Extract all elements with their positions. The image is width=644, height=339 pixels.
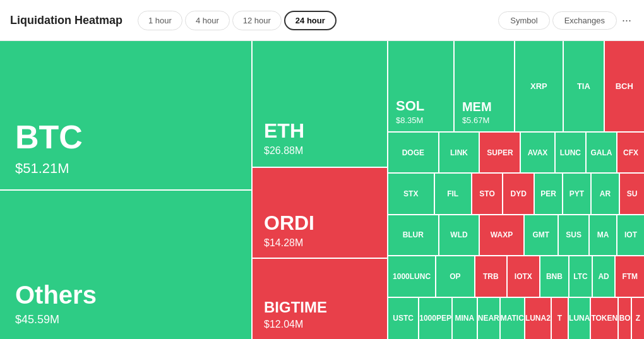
cell-ltc[interactable]: LTC — [569, 256, 593, 296]
ordi-label: ORDI — [264, 211, 376, 235]
eth-label: ETH — [264, 119, 376, 143]
cell-super[interactable]: SUPER — [480, 133, 521, 172]
cell-gala[interactable]: GALA — [587, 133, 617, 172]
cell-lunc[interactable]: LUNC — [556, 133, 587, 172]
cell-mem[interactable]: MEM $5.67M — [455, 41, 515, 131]
cell-ordi[interactable]: ORDI $14.28M — [253, 168, 388, 259]
cell-bo[interactable]: BO — [619, 298, 632, 339]
cell-iot[interactable]: IOT — [617, 215, 644, 255]
cell-token[interactable]: TOKEN — [591, 298, 619, 339]
cell-z[interactable]: Z — [632, 298, 644, 339]
cell-luna2[interactable]: LUNA2 — [525, 298, 552, 339]
row-r2: DOGE LINK SUPER AVAX LUNC GALA CFX — [388, 133, 644, 174]
sol-value: $8.35M — [396, 116, 446, 125]
row-r6: USTC 1000PEP MINA NEAR MATIC LUNA2 T LUN… — [388, 298, 644, 339]
more-button[interactable]: ··· — [619, 11, 634, 30]
cell-dyd[interactable]: DYD — [503, 174, 535, 213]
cell-avax[interactable]: AVAX — [521, 133, 555, 172]
cell-bigtime[interactable]: BIGTIME $12.04M — [253, 259, 388, 339]
cell-sus[interactable]: SUS — [559, 215, 590, 255]
bigtime-label: BIGTIME — [264, 299, 376, 316]
tab-symbol[interactable]: Symbol — [498, 11, 549, 30]
cell-gmt[interactable]: GMT — [525, 215, 559, 255]
cell-waxp[interactable]: WAXP — [480, 215, 524, 255]
cell-1000lunc[interactable]: 1000LUNC — [388, 256, 436, 296]
right-tabs: Symbol Exchanges ··· — [498, 11, 634, 30]
col-mid: ETH $26.88M ORDI $14.28M BIGTIME $12.04M — [253, 41, 388, 339]
tab-1hour[interactable]: 1 hour — [138, 11, 182, 30]
col-left: BTC $51.21M Others $45.59M — [0, 41, 253, 339]
sol-label: SOL — [396, 98, 446, 114]
eth-value: $26.88M — [264, 145, 376, 157]
cell-op[interactable]: OP — [436, 256, 475, 296]
tab-exchanges[interactable]: Exchanges — [552, 11, 617, 30]
row-r4: BLUR WLD WAXP GMT SUS MA IOT — [388, 215, 644, 256]
cell-wld[interactable]: WLD — [439, 215, 480, 255]
cell-trb[interactable]: TRB — [475, 256, 508, 296]
tab-12hour[interactable]: 12 hour — [232, 11, 282, 30]
cell-sto[interactable]: STO — [472, 174, 504, 213]
header: Liquidation Heatmap 1 hour 4 hour 12 hou… — [0, 0, 644, 41]
row-r1: SOL $8.35M MEM $5.67M XRP TIA BCH — [388, 41, 644, 133]
cell-1000pep[interactable]: 1000PEP — [419, 298, 453, 339]
btc-value: $51.21M — [15, 160, 236, 177]
cell-cfx[interactable]: CFX — [617, 133, 644, 172]
col-right: SOL $8.35M MEM $5.67M XRP TIA BCH DOGE L… — [388, 41, 644, 339]
cell-per[interactable]: PER — [535, 174, 563, 213]
cell-near[interactable]: NEAR — [478, 298, 501, 339]
heatmap: BTC $51.21M Others $45.59M ETH $26.88M O… — [0, 41, 644, 339]
cell-luna[interactable]: LUNA — [569, 298, 591, 339]
cell-bch[interactable]: BCH — [605, 41, 644, 131]
others-label: Others — [15, 281, 236, 309]
cell-t[interactable]: T — [552, 298, 569, 339]
cell-stx[interactable]: STX — [388, 174, 435, 213]
cell-tia[interactable]: TIA — [564, 41, 604, 131]
cell-ad[interactable]: AD — [593, 256, 616, 296]
cell-eth[interactable]: ETH $26.88M — [253, 41, 388, 168]
cell-others[interactable]: Others $45.59M — [0, 191, 253, 339]
tab-4hour[interactable]: 4 hour — [185, 11, 230, 30]
cell-fil[interactable]: FIL — [435, 174, 472, 213]
cell-bnb[interactable]: BNB — [540, 256, 570, 296]
mem-label: MEM — [462, 100, 506, 114]
cell-pyt[interactable]: PYT — [563, 174, 592, 213]
cell-btc[interactable]: BTC $51.21M — [0, 41, 253, 191]
cell-sol[interactable]: SOL $8.35M — [388, 41, 455, 131]
cell-ar[interactable]: AR — [592, 174, 620, 213]
cell-su[interactable]: SU — [620, 174, 644, 213]
others-value: $45.59M — [15, 313, 236, 326]
btc-label: BTC — [15, 119, 236, 155]
cell-ustc[interactable]: USTC — [388, 298, 419, 339]
cell-ma[interactable]: MA — [590, 215, 617, 255]
cell-blur[interactable]: BLUR — [388, 215, 439, 255]
cell-ftm[interactable]: FTM — [616, 256, 644, 296]
ordi-value: $14.28M — [264, 237, 376, 249]
row-r3: STX FIL STO DYD PER PYT AR SU — [388, 174, 644, 215]
page-title: Liquidation Heatmap — [10, 14, 122, 27]
tab-24hour[interactable]: 24 hour — [284, 11, 337, 30]
time-tabs: 1 hour 4 hour 12 hour 24 hour — [138, 11, 498, 30]
cell-doge[interactable]: DOGE — [388, 133, 439, 172]
cell-matic[interactable]: MATIC — [501, 298, 525, 339]
cell-mina[interactable]: MINA — [453, 298, 478, 339]
cell-xrp[interactable]: XRP — [515, 41, 564, 131]
mem-value: $5.67M — [462, 116, 506, 125]
row-r5: 1000LUNC OP TRB IOTX BNB LTC AD FTM — [388, 256, 644, 297]
bigtime-value: $12.04M — [264, 319, 376, 330]
cell-link[interactable]: LINK — [439, 133, 480, 172]
cell-iotx[interactable]: IOTX — [508, 256, 540, 296]
